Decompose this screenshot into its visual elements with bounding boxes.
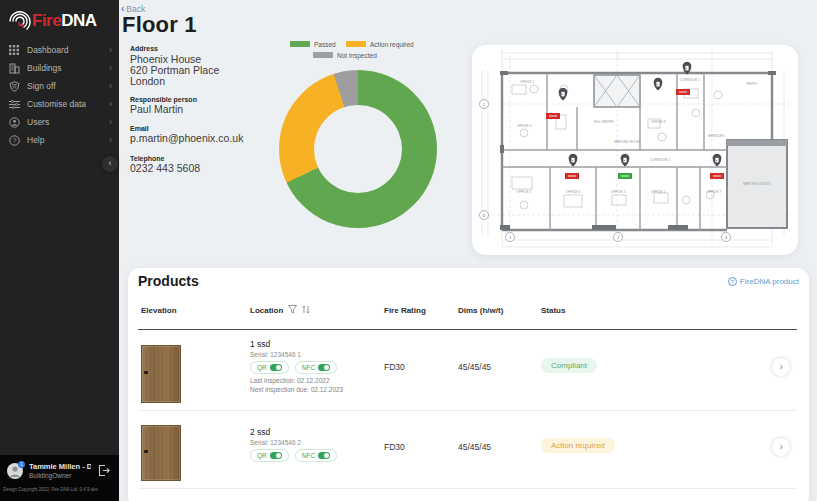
svg-text:OFFICE 6: OFFICE 6 <box>566 190 581 194</box>
door-handle <box>144 371 148 374</box>
col-header-fire-rating[interactable]: Fire Rating <box>384 306 426 315</box>
firedna-product-link[interactable]: ? FireDNA product <box>728 277 799 286</box>
col-header-elevation[interactable]: Elevation <box>141 306 177 315</box>
nfc-pill[interactable]: NFC <box>295 361 337 374</box>
sidebar-item-dashboard[interactable]: Dashboard › <box>0 41 119 59</box>
legend-label-passed: Passed <box>314 41 336 48</box>
firedna-product-label: FireDNA product <box>740 277 799 286</box>
nfc-pill[interactable]: NFC <box>295 449 337 462</box>
logo-text-dna: DNA <box>61 11 96 31</box>
fire-rating-value: FD30 <box>384 362 405 372</box>
col-header-location[interactable]: Location <box>250 306 283 315</box>
next-inspection: Next inspection due: 02.12.2023 <box>250 386 343 393</box>
logo-text-fire: Fire <box>32 11 61 31</box>
user-name: Tammie Millen - D <box>29 462 91 471</box>
address-label: Address <box>130 45 158 52</box>
sidebar-collapse-button[interactable]: ‹ <box>102 156 118 172</box>
users-icon <box>8 116 20 128</box>
chevron-right-icon: › <box>109 117 112 127</box>
svg-text:OFFICE 7: OFFICE 7 <box>707 190 722 194</box>
door-elevation-image <box>141 425 181 481</box>
sidebar-footer: 1 Tammie Millen - D BuildingOwner Design… <box>0 455 119 501</box>
svg-text:BIG CENTRE: BIG CENTRE <box>594 120 613 124</box>
fingerprint-swirl-icon <box>6 8 32 34</box>
logout-icon[interactable] <box>97 463 110 476</box>
legend-label-not-inspected: Not inspected <box>337 52 377 59</box>
door-handle <box>144 450 148 453</box>
copyright-text: Design Copyright 2023, Fire DNA Ltd, 0.4… <box>3 487 98 492</box>
floorplan-card[interactable]: OFFICE 1 OFFICE 4 OFFICE 5 OFFICE 6 OFFI… <box>472 45 798 255</box>
sidebar-item-label: Sign off <box>27 81 109 91</box>
shield-icon <box>8 80 20 92</box>
sidebar-item-users[interactable]: Users › <box>0 113 119 131</box>
sort-icon[interactable] <box>302 305 310 314</box>
chevron-right-icon: › <box>109 45 112 55</box>
svg-text:?: ? <box>12 136 16 143</box>
nfc-toggle[interactable] <box>318 452 330 459</box>
svg-text:D: D <box>483 213 486 218</box>
sidebar-item-label: Users <box>27 117 109 127</box>
dims-value: 45/45/45 <box>458 442 491 452</box>
sidebar: FireDNA Dashboard › Buildings › Sign off… <box>0 0 119 501</box>
status-donut-chart <box>279 70 437 228</box>
dims-value: 45/45/45 <box>458 362 491 372</box>
svg-text:CORRIDOR 2: CORRIDOR 2 <box>650 158 670 162</box>
sidebar-item-sign-off[interactable]: Sign off › <box>0 77 119 95</box>
chevron-right-icon: › <box>109 81 112 91</box>
row-chevron-button[interactable]: › <box>772 358 790 376</box>
qr-toggle[interactable] <box>270 452 282 459</box>
sidebar-item-help[interactable]: ? Help › <box>0 131 119 149</box>
header-divider <box>138 329 797 330</box>
avatar-badge: 1 <box>18 461 25 468</box>
tag-pills: QR NFC <box>250 449 337 462</box>
sidebar-item-label: Dashboard <box>27 45 109 55</box>
svg-text:SERVICES: SERVICES <box>708 134 724 138</box>
filter-icon[interactable] <box>288 305 297 314</box>
chevron-right-icon: › <box>109 63 112 73</box>
row-divider <box>138 488 797 489</box>
qr-pill[interactable]: QR <box>250 449 289 462</box>
buildings-icon <box>8 62 20 74</box>
svg-text:MEETING STUDIO: MEETING STUDIO <box>743 182 771 186</box>
email-label: Email <box>130 125 149 132</box>
svg-text:OFFICE 1: OFFICE 1 <box>520 80 535 84</box>
svg-text:OFFICE 4: OFFICE 4 <box>517 124 532 128</box>
product-serial: Serial: 1234546 1 <box>250 351 301 358</box>
user-role: BuildingOwner <box>29 472 71 479</box>
svg-text:ENTRY: ENTRY <box>747 82 759 86</box>
product-name: 1 ssd <box>250 339 270 349</box>
status-badge: Compliant <box>541 358 597 373</box>
nfc-toggle[interactable] <box>318 364 330 371</box>
responsible-person-label: Responsible person <box>130 96 197 103</box>
telephone-value: 0232 443 5608 <box>130 162 200 174</box>
products-title: Products <box>138 273 199 289</box>
row-chevron-button[interactable]: › <box>772 438 790 456</box>
fire-rating-value: FD30 <box>384 442 405 452</box>
tag-pills: QR NFC <box>250 361 337 374</box>
legend-label-action-required: Action required <box>370 41 414 48</box>
qr-pill[interactable]: QR <box>250 361 289 374</box>
responsible-person-value: Paul Martin <box>130 103 183 115</box>
sidebar-item-customise-data[interactable]: Customise data › <box>0 95 119 113</box>
floorplan-drawing: OFFICE 1 OFFICE 4 OFFICE 5 OFFICE 6 OFFI… <box>472 45 798 255</box>
col-header-dims[interactable]: Dims (h/w/t) <box>458 306 503 315</box>
sidebar-item-label: Buildings <box>27 63 109 73</box>
svg-text:OFFICE 2: OFFICE 2 <box>651 190 666 194</box>
location-header-icons <box>288 305 310 314</box>
col-header-status[interactable]: Status <box>541 306 565 315</box>
sidebar-item-buildings[interactable]: Buildings › <box>0 59 119 77</box>
chevron-right-icon: › <box>109 135 112 145</box>
chevron-right-icon: › <box>109 99 112 109</box>
door-elevation-image <box>141 345 181 403</box>
svg-text:MEETING ROOM: MEETING ROOM <box>614 140 640 144</box>
svg-text:OFFICE 8: OFFICE 8 <box>651 120 666 124</box>
help-circle-icon: ? <box>728 277 737 286</box>
email-value: p.martin@phoenix.co.uk <box>130 132 243 144</box>
last-inspection: Last inspection: 02.12.2022 <box>250 377 330 384</box>
qr-toggle[interactable] <box>270 364 282 371</box>
sidebar-item-label: Help <box>27 135 109 145</box>
legend-swatch-action-required <box>346 41 366 47</box>
status-badge: Action required <box>541 438 615 453</box>
svg-text:C: C <box>483 102 486 107</box>
sidebar-item-label: Customise data <box>27 99 109 109</box>
